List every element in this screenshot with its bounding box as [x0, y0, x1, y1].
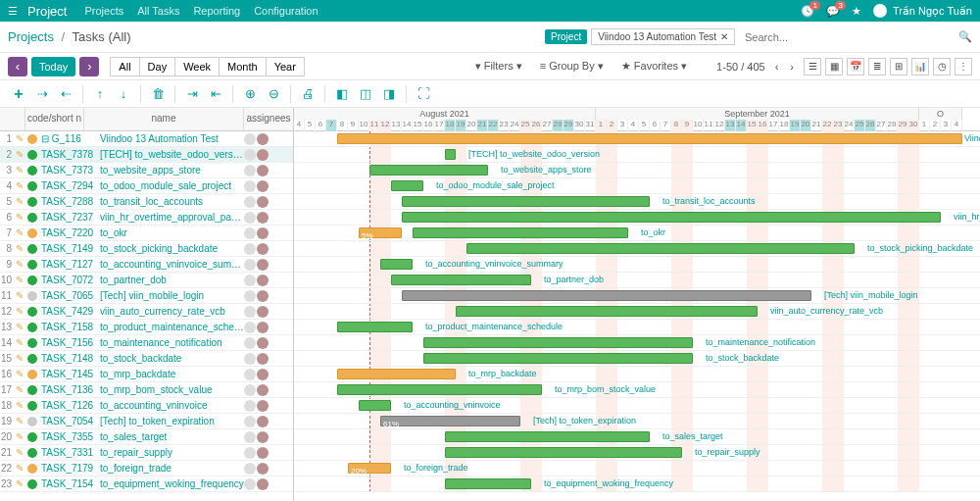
gantt-row[interactable]: to_website_apps_store — [294, 163, 980, 178]
gantt-row[interactable]: to_product_maintenance_schedule — [294, 320, 980, 335]
nav-projects[interactable]: Projects — [84, 5, 123, 17]
task-row[interactable]: 8 ✎ TASK_7149 to_stock_picking_backdate — [0, 241, 293, 257]
task-name[interactable]: to_foreign_trade — [98, 463, 244, 474]
task-code[interactable]: TASK_7220 — [39, 227, 98, 238]
edit-icon[interactable]: ✎ — [14, 227, 25, 238]
task-code[interactable]: TASK_7065 — [39, 290, 98, 301]
task-name[interactable]: to_odoo_module_sale_project — [98, 180, 244, 191]
search-icon[interactable]: 🔍 — [958, 30, 972, 43]
gantt-bar[interactable] — [402, 196, 650, 207]
gantt-bar[interactable] — [456, 306, 758, 317]
edit-icon[interactable]: ✎ — [14, 322, 25, 332]
task-code[interactable]: TASK_7127 — [39, 259, 98, 270]
gantt-row[interactable]: to_accounting_vninvoice_summary — [294, 257, 980, 273]
edit-icon[interactable]: ✎ — [14, 384, 25, 395]
task-code[interactable]: TASK_7158 — [39, 322, 98, 332]
edit-icon[interactable]: ✎ — [14, 447, 25, 458]
gantt-row[interactable]: to_sales_target — [294, 429, 980, 445]
search-input[interactable] — [739, 29, 935, 45]
task-row[interactable]: 13 ✎ TASK_7158 to_product_maintenance_sc… — [0, 320, 293, 335]
task-row[interactable]: 1 ✎ ⊟ G_116 Viindoo 13 Automation Test — [0, 131, 293, 147]
move-up-icon[interactable]: ↑ — [89, 83, 111, 105]
gantt-row[interactable]: [Tech] viin_mobile_login — [294, 288, 980, 304]
nav-all-tasks[interactable]: All Tasks — [137, 5, 179, 17]
task-name[interactable]: to_okr — [98, 227, 244, 238]
task-name[interactable]: [TECH] to_website_odoo_version — [98, 149, 244, 160]
task-name[interactable]: viin_auto_currency_rate_vcb — [98, 306, 244, 317]
task-row[interactable]: 23 ✎ TASK_7154 to_equipment_woking_frequ… — [0, 476, 293, 492]
task-name[interactable]: to_sales_target — [98, 431, 244, 442]
view-map[interactable]: ⋮ — [955, 58, 972, 75]
edit-icon[interactable]: ✎ — [14, 196, 25, 207]
split-icon[interactable]: ◫ — [355, 83, 376, 105]
edit-icon[interactable]: ✎ — [14, 478, 25, 489]
chat-icon[interactable]: 💬3 — [826, 5, 840, 18]
col-assignees[interactable]: assignees — [244, 108, 293, 130]
edit-icon[interactable]: ✎ — [14, 149, 25, 160]
search-facet-field[interactable]: Project — [545, 29, 587, 44]
edit-icon[interactable]: ✎ — [14, 180, 25, 191]
edit-icon[interactable]: ✎ — [14, 165, 25, 175]
task-row[interactable]: 10 ✎ TASK_7072 to_partner_dob — [0, 273, 293, 288]
view-list[interactable]: ☰ — [804, 58, 821, 75]
period-day[interactable]: Day — [139, 57, 176, 76]
period-month[interactable]: Month — [219, 57, 267, 76]
print-icon[interactable]: 🖨 — [297, 83, 318, 105]
edit-icon[interactable]: ✎ — [14, 337, 25, 348]
task-row[interactable]: 3 ✎ TASK_7373 to_website_apps_store — [0, 163, 293, 178]
unlink-icon[interactable]: ⇠ — [55, 83, 76, 105]
gantt-row[interactable]: to_mrp_bom_stock_value — [294, 382, 980, 398]
task-name[interactable]: to_equipment_woking_frequency — [98, 478, 244, 489]
filters-menu[interactable]: ▾ Filters ▾ — [475, 60, 522, 73]
gantt-row[interactable]: viin_auto_currency_rate_vcb — [294, 304, 980, 320]
collapse-left-icon[interactable]: ◧ — [331, 83, 353, 105]
breadcrumb-root[interactable]: Projects — [8, 29, 54, 44]
gantt-row[interactable]: to_stock_backdate — [294, 351, 980, 367]
view-activity[interactable]: ◷ — [933, 58, 951, 75]
period-all[interactable]: All — [110, 57, 139, 76]
link-icon[interactable]: ⇢ — [31, 83, 53, 105]
today-button[interactable]: Today — [31, 57, 75, 76]
task-code[interactable]: TASK_7154 — [39, 478, 98, 489]
gantt-bar[interactable] — [337, 384, 542, 395]
task-code[interactable]: TASK_7331 — [39, 447, 98, 458]
gantt-bar[interactable] — [445, 447, 682, 458]
outdent-icon[interactable]: ⇤ — [205, 83, 226, 105]
gantt-row[interactable]: viin_hr_overtime_appr — [294, 210, 980, 225]
task-code[interactable]: TASK_7373 — [39, 165, 98, 175]
task-name[interactable]: Viindoo 13 Automation Test — [98, 133, 244, 144]
nav-reporting[interactable]: Reporting — [193, 5, 240, 17]
task-name[interactable]: to_repair_supply — [98, 447, 244, 458]
task-row[interactable]: 12 ✎ TASK_7429 viin_auto_currency_rate_v… — [0, 304, 293, 320]
task-code[interactable]: TASK_7149 — [39, 243, 98, 254]
task-name[interactable]: to_partner_dob — [98, 275, 244, 285]
period-week[interactable]: Week — [174, 57, 220, 76]
star-icon[interactable]: ★ — [852, 5, 861, 18]
gantt-bar[interactable] — [445, 431, 650, 442]
task-code[interactable]: ⊟ G_116 — [39, 133, 98, 144]
col-code[interactable]: code/short n — [25, 108, 84, 130]
task-code[interactable]: TASK_7429 — [39, 306, 98, 317]
gantt-bar[interactable]: 5% — [359, 227, 402, 238]
view-gantt[interactable]: ≣ — [868, 58, 886, 75]
edit-icon[interactable]: ✎ — [14, 416, 25, 426]
user-menu[interactable]: Trần Ngọc Tuấn — [873, 4, 972, 18]
gantt-bar[interactable] — [402, 212, 941, 223]
gantt-bar[interactable] — [391, 180, 423, 191]
gantt-row[interactable]: 61%[Tech] to_token_expiration — [294, 414, 980, 429]
task-name[interactable]: [Tech] to_token_expiration — [98, 416, 244, 426]
task-code[interactable]: TASK_7148 — [39, 353, 98, 364]
remove-facet-icon[interactable]: ✕ — [720, 31, 728, 42]
task-name[interactable]: to_maintenance_notification — [98, 337, 244, 348]
fullscreen-icon[interactable]: ⛶ — [413, 83, 434, 105]
gantt-row[interactable]: to_stock_picking_backdate — [294, 241, 980, 257]
task-code[interactable]: TASK_7179 — [39, 463, 98, 474]
task-row[interactable]: 18 ✎ TASK_7126 to_accounting_vninvoice — [0, 398, 293, 414]
groupby-menu[interactable]: ≡ Group By ▾ — [540, 60, 604, 73]
gantt-bar[interactable] — [423, 353, 693, 364]
edit-icon[interactable]: ✎ — [14, 400, 25, 411]
pager-prev[interactable]: ‹ — [773, 61, 781, 73]
task-code[interactable]: TASK_7072 — [39, 275, 98, 285]
view-calendar[interactable]: 📅 — [847, 58, 864, 75]
task-row[interactable]: 2 ✎ TASK_7378 [TECH] to_website_odoo_ver… — [0, 147, 293, 163]
